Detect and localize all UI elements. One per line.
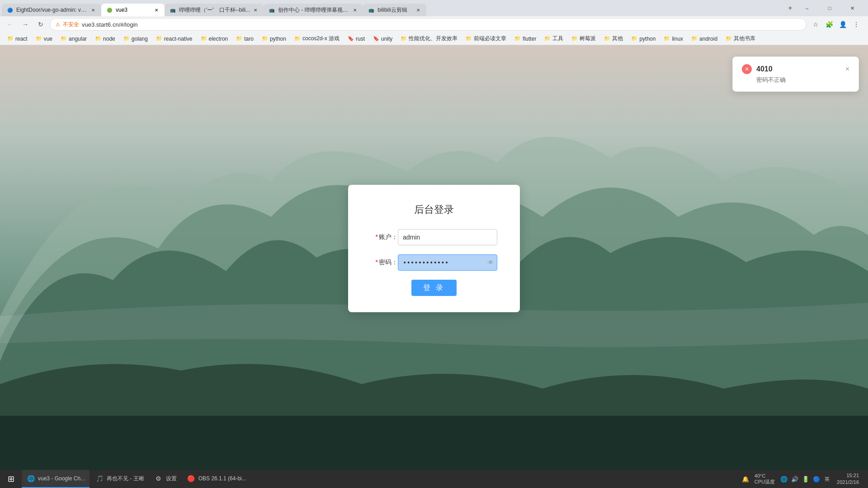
url-box[interactable]: ⚠ 不安全 vue3.start6.cn/#/login bbox=[50, 18, 807, 31]
bookmark-icon: 📁 bbox=[294, 36, 301, 42]
bookmark-item[interactable]: 📁其他书库 bbox=[722, 34, 759, 43]
bookmark-icon: 🔖 bbox=[373, 36, 379, 42]
login-dialog: 后台登录 *账户： *密码： 👁 登 录 bbox=[348, 185, 520, 312]
browser-actions: ☆ 🧩 👤 ⋮ bbox=[809, 18, 864, 31]
bookmark-item[interactable]: 📁golang bbox=[120, 35, 151, 43]
bookmark-label: python bbox=[639, 36, 656, 42]
tabs-area: 🔵 EightDoor/vue-go-admin: vu... ✕ 🟢 vue3… bbox=[0, 0, 782, 16]
back-button[interactable]: ← bbox=[4, 18, 16, 31]
bookmark-label: linux bbox=[672, 36, 683, 42]
tab-favicon: 🔵 bbox=[6, 6, 14, 14]
username-row: *账户： bbox=[371, 229, 497, 245]
star-icon[interactable]: ☆ bbox=[809, 18, 822, 31]
bluetooth-icon[interactable]: 🔵 bbox=[812, 474, 821, 483]
bookmark-icon: 📁 bbox=[7, 36, 14, 42]
tab-favicon: 🟢 bbox=[106, 6, 113, 14]
tab-close-button[interactable]: ✕ bbox=[351, 6, 359, 14]
bookmark-label: python bbox=[270, 36, 286, 42]
tab-favicon: 📺 bbox=[368, 6, 375, 14]
bookmark-item[interactable]: 📁angular bbox=[57, 35, 90, 43]
bookmark-label: electron bbox=[209, 36, 228, 42]
taskbar-app-chrome[interactable]: 🌐vue3 - Google Ch... bbox=[22, 470, 90, 488]
bookmark-item[interactable]: 📁electron bbox=[197, 35, 232, 43]
bookmark-item[interactable]: 📁树莓派 bbox=[568, 34, 599, 43]
app-icon: ⚙ bbox=[154, 474, 163, 483]
bookmark-icon: 📁 bbox=[236, 36, 242, 42]
bookmark-item[interactable]: 📁vue bbox=[32, 35, 56, 43]
volume-icon[interactable]: 🔊 bbox=[790, 474, 799, 483]
tab-title: 哔哩哔哩（'ー'ゞ口千杯--bili... bbox=[179, 6, 250, 14]
bookmark-label: golang bbox=[132, 36, 148, 42]
network-icon[interactable]: 🌐 bbox=[779, 474, 788, 483]
taskbar-system: 🔔 40°C CPU温度 🌐 🔊 🔋 🔵 英 15:21 2021/2/16 bbox=[741, 472, 866, 486]
password-input[interactable] bbox=[398, 254, 497, 271]
tab-favicon: 📺 bbox=[268, 6, 275, 14]
menu-icon[interactable]: ⋮ bbox=[850, 18, 863, 31]
bookmark-item[interactable]: 📁python bbox=[258, 35, 290, 43]
bookmark-icon: 📁 bbox=[61, 36, 67, 42]
forward-button[interactable]: → bbox=[19, 18, 32, 31]
cpu-temperature: 40°C CPU温度 bbox=[752, 473, 778, 485]
bookmark-item[interactable]: 📁linux bbox=[660, 35, 687, 43]
tab-close-button[interactable]: ✕ bbox=[415, 6, 422, 14]
username-input-wrap bbox=[398, 229, 497, 245]
bookmark-item[interactable]: 🔖rust bbox=[344, 35, 368, 43]
password-row: *密码： 👁 bbox=[371, 254, 497, 271]
new-tab-button[interactable]: + bbox=[784, 2, 797, 14]
bookmark-label: taro bbox=[244, 36, 254, 42]
taskbar-app-settings[interactable]: ⚙设置 bbox=[150, 470, 181, 488]
bookmark-item[interactable]: 📁工具 bbox=[541, 34, 567, 43]
browser-tab-tab3[interactable]: 📺 哔哩哔哩（'ー'ゞ口千杯--bili... ✕ bbox=[165, 4, 264, 16]
profile-icon[interactable]: 👤 bbox=[836, 18, 849, 31]
bookmark-item[interactable]: 📁flutter bbox=[511, 35, 540, 43]
window-controls: – □ ✕ bbox=[797, 0, 868, 16]
bookmark-item[interactable]: 📁android bbox=[688, 35, 721, 43]
bookmark-label: angular bbox=[69, 36, 87, 42]
required-mark2: * bbox=[376, 258, 378, 266]
bookmark-item[interactable]: 📁react bbox=[4, 35, 31, 43]
battery-icon[interactable]: 🔋 bbox=[801, 474, 810, 483]
taskbar-app-obs2[interactable]: 🔴OBS 26.1.1 (64-bi... bbox=[182, 470, 251, 488]
tab-close-button[interactable]: ✕ bbox=[90, 6, 97, 14]
required-mark: * bbox=[376, 233, 378, 240]
browser-tab-tab2[interactable]: 🟢 vue3 ✕ bbox=[101, 4, 165, 16]
bookmark-item[interactable]: 📁其他 bbox=[600, 34, 627, 43]
login-button[interactable]: 登 录 bbox=[411, 280, 457, 296]
extensions-icon[interactable]: 🧩 bbox=[823, 18, 835, 31]
error-notification: ✕ 4010 × 密码不正确 bbox=[732, 56, 859, 92]
maximize-button[interactable]: □ bbox=[819, 0, 840, 16]
bookmark-item[interactable]: 📁前端必读文章 bbox=[462, 34, 510, 43]
username-input[interactable] bbox=[398, 229, 497, 245]
tab-close-button[interactable]: ✕ bbox=[252, 6, 259, 14]
taskbar-apps: 🌐vue3 - Google Ch...🎵再也不见 - 王晰⚙设置🔴OBS 26… bbox=[22, 470, 251, 488]
bookmark-label: react bbox=[15, 36, 28, 42]
error-icon: ✕ bbox=[742, 64, 752, 74]
bookmark-item[interactable]: 📁react-native bbox=[152, 35, 196, 43]
bookmark-item[interactable]: 📁性能优化、开发效率 bbox=[397, 34, 461, 43]
minimize-button[interactable]: – bbox=[797, 0, 817, 16]
toggle-password-icon[interactable]: 👁 bbox=[487, 259, 494, 266]
bookmark-item[interactable]: 📁python bbox=[627, 35, 659, 43]
browser-tab-tab4[interactable]: 📺 创作中心 - 哔哩哔哩弹幕视频网 ✕ bbox=[264, 4, 363, 16]
close-button[interactable]: ✕ bbox=[842, 0, 863, 16]
notification-close-button[interactable]: × bbox=[845, 66, 849, 73]
system-clock[interactable]: 15:21 2021/2/16 bbox=[833, 472, 863, 486]
app-icon: 🎵 bbox=[95, 474, 104, 483]
url-text: vue3.start6.cn/#/login bbox=[82, 21, 801, 28]
reload-button[interactable]: ↻ bbox=[34, 18, 47, 31]
start-button[interactable]: ⊞ bbox=[2, 470, 20, 488]
browser-tab-tab1[interactable]: 🔵 EightDoor/vue-go-admin: vu... ✕ bbox=[2, 4, 101, 16]
bookmark-icon: 📁 bbox=[95, 36, 101, 42]
bookmark-item[interactable]: 📁taro bbox=[232, 35, 257, 43]
password-input-wrap: 👁 bbox=[398, 254, 497, 271]
taskbar-app-obs[interactable]: 🎵再也不见 - 王晰 bbox=[90, 470, 149, 488]
bookmark-label: react-native bbox=[164, 36, 193, 42]
browser-tab-tab5[interactable]: 📺 bilibili云剪辑 ✕ bbox=[363, 4, 426, 16]
tab-close-button[interactable]: ✕ bbox=[153, 6, 160, 14]
bookmark-item[interactable]: 🔖unity bbox=[369, 35, 396, 43]
bookmark-item[interactable]: 📁node bbox=[91, 35, 119, 43]
bookmark-icon: 📁 bbox=[571, 36, 578, 42]
notification-tray-icon[interactable]: 🔔 bbox=[741, 474, 750, 483]
bookmark-item[interactable]: 📁cocos2d-x 游戏 bbox=[291, 34, 343, 43]
username-label: *账户： bbox=[371, 233, 398, 241]
